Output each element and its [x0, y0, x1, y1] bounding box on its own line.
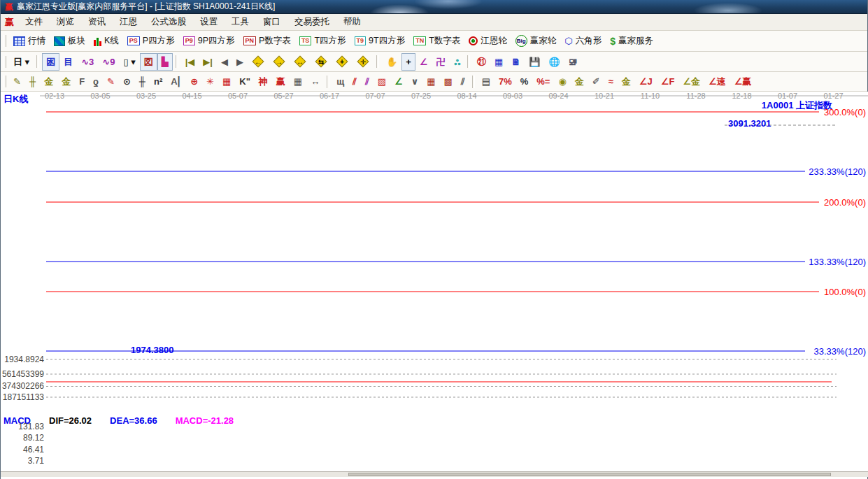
width-arrow-tool[interactable]: ↔	[306, 73, 324, 90]
menu-item-窗口[interactable]: 窗口	[256, 15, 287, 29]
notes-button[interactable]: 🗎	[507, 53, 525, 71]
shen-tool[interactable]: 神	[255, 73, 272, 90]
last-page-button[interactable]: ▶|	[199, 53, 217, 71]
box-grid-tool[interactable]: ▦	[218, 73, 235, 90]
histogram-button[interactable]: ▙	[157, 53, 173, 71]
sector-button[interactable]: 板块	[50, 32, 90, 50]
t-square-button[interactable]: TST四方形	[295, 32, 350, 50]
9t-square-button[interactable]: T99T四方形	[350, 32, 410, 50]
zoom-right-diamond-button[interactable]: →	[269, 53, 290, 71]
red-pencil-tool[interactable]: ✎	[103, 73, 119, 90]
kline-button[interactable]: K线	[90, 32, 123, 50]
web-time-button[interactable]: 🌐	[544, 53, 564, 71]
wave9-button[interactable]: ∿9	[98, 53, 119, 71]
toolbar-grip[interactable]	[3, 35, 6, 47]
menu-item-江恩[interactable]: 江恩	[113, 15, 144, 29]
analysis-brain-button[interactable]: ஃ	[449, 53, 464, 71]
tick-grid-tool[interactable]: ╫	[135, 73, 150, 90]
compress-diamond-button[interactable]: ⇆	[311, 53, 332, 71]
red-fan-tool[interactable]: ⫽	[348, 73, 361, 90]
circle-cross-tool[interactable]: ⊕	[186, 73, 202, 90]
angle-f-tool[interactable]: ∠F	[657, 73, 679, 90]
percent-tool[interactable]: %	[516, 73, 533, 90]
toolbar-grip[interactable]	[3, 56, 6, 68]
v-bottom-tool[interactable]: ∨	[407, 73, 423, 90]
ying-tool[interactable]: 赢	[272, 73, 290, 90]
gann-grid-tool[interactable]: ╫	[25, 73, 40, 90]
zoom-in-diamond-button[interactable]: +	[332, 53, 353, 71]
hexagon-button[interactable]: ⬡六角形	[560, 32, 606, 50]
red-grid2-tool[interactable]: ▩	[440, 73, 457, 90]
p-number-button[interactable]: PNP数字表	[239, 32, 295, 50]
red-pattern-button[interactable]: 図	[140, 53, 157, 71]
menu-item-工具[interactable]: 工具	[225, 15, 256, 29]
red-grid-tool[interactable]: ▦	[422, 73, 439, 90]
t-number-button[interactable]: TNT数字表	[409, 32, 464, 50]
percent-line-tool[interactable]: %=	[532, 73, 554, 90]
edit-pencil-tool[interactable]: ✎	[9, 73, 25, 90]
brush-tool[interactable]: ✐	[588, 73, 604, 90]
menu-item-交易委托[interactable]: 交易委托	[287, 15, 336, 29]
menu-item-设置[interactable]: 设置	[193, 15, 225, 29]
k-quote-tool[interactable]: K"	[235, 73, 255, 90]
angle-ying-tool[interactable]: ∠赢	[730, 73, 756, 90]
pan-hand-button[interactable]: ✋	[382, 53, 401, 71]
save-button[interactable]: 💾	[525, 53, 544, 71]
angle-measure-button[interactable]: ∠	[415, 53, 432, 71]
menu-item-帮助[interactable]: 帮助	[336, 15, 368, 29]
levels-list-tool[interactable]: ▤	[478, 73, 495, 90]
percent-7-tool[interactable]: 7%	[495, 73, 516, 90]
gann-wheel-button[interactable]: 江恩轮	[464, 32, 511, 50]
period-day-dropdown[interactable]: 日 ▾	[9, 53, 34, 71]
wave3-button[interactable]: ∿3	[77, 53, 98, 71]
box-fan-tool[interactable]: ▨	[373, 73, 390, 90]
crosshair-button[interactable]: +	[401, 53, 415, 71]
menu-item-公式选股[interactable]: 公式选股	[144, 15, 193, 29]
menu-item-浏览[interactable]: 浏览	[50, 15, 81, 29]
purple-fan-tool[interactable]: ⫽	[361, 73, 373, 90]
prev-button[interactable]: ◀	[217, 53, 232, 71]
p-square-button[interactable]: PSP四方形	[123, 32, 179, 50]
gann-fan-button[interactable]: 卍	[432, 53, 449, 71]
angle-speed-tool[interactable]: ∠速	[704, 73, 730, 90]
chart-area[interactable]: 日K线 1A0001 上证指数 02-1303-0503-2504-1505-0…	[1, 92, 868, 477]
window-titlebar[interactable]: 赢 赢家江恩专业版[赢家内部服务平台] - [上证指数 SH1A0001-241…	[1, 0, 867, 14]
expand-diamond-button[interactable]: ↔	[290, 53, 311, 71]
gold-square-tool[interactable]: 金	[40, 73, 57, 90]
calendar-button[interactable]: ㉑	[473, 53, 490, 71]
next-button[interactable]: ▶	[232, 53, 248, 71]
angle-gold-tool[interactable]: ∠金	[678, 73, 704, 90]
grid-123-tool[interactable]: ▦	[290, 73, 306, 90]
pillar-tool[interactable]: щ	[332, 73, 348, 90]
zoom-left-diamond-button[interactable]: ←	[248, 53, 269, 71]
wave-line-tool[interactable]: ≈	[604, 73, 618, 90]
scrollbar-thumb[interactable]	[348, 473, 831, 476]
f-square-tool[interactable]: F	[75, 73, 89, 90]
menu-item-资讯[interactable]: 资讯	[81, 15, 113, 29]
green-angle-tool[interactable]: ∠	[390, 73, 407, 90]
winner-wheel-button[interactable]: Big赢家轮	[511, 32, 561, 50]
a-channel-tool[interactable]: A⎢	[166, 73, 186, 90]
horizontal-scrollbar[interactable]	[1, 471, 868, 477]
info-document-button[interactable]: 目	[59, 53, 77, 71]
single-candle-dropdown[interactable]: ▯ ▾	[119, 53, 139, 71]
spiral-tool[interactable]: ƍ	[89, 73, 103, 90]
first-page-button[interactable]: |◀	[181, 53, 199, 71]
toolbar-grip[interactable]	[3, 76, 6, 87]
quote-button[interactable]: 行情	[9, 32, 50, 50]
gold-line2-tool[interactable]: 金	[618, 73, 635, 90]
diag-lines-tool[interactable]: ⫽	[457, 73, 469, 90]
menu-item-文件[interactable]: 文件	[18, 15, 50, 29]
zoom-out-diamond-button[interactable]: ✛	[353, 53, 373, 71]
star-grid-tool[interactable]: ✳	[202, 73, 218, 90]
workstation-button[interactable]: 🖳	[564, 53, 582, 71]
gold-line-tool[interactable]: 金	[571, 73, 588, 90]
service-button[interactable]: $赢家服务	[606, 32, 657, 50]
angle-j-tool[interactable]: ∠J	[635, 73, 657, 90]
time-circle-tool[interactable]: ⊙	[119, 73, 135, 90]
wave-pattern-button[interactable]: 囦	[42, 53, 59, 71]
n-square-tool[interactable]: n²	[150, 73, 166, 90]
gold-square2-tool[interactable]: 金	[57, 73, 75, 90]
gold-circle-tool[interactable]: ◉	[554, 73, 570, 90]
9p-square-button[interactable]: P99P四方形	[179, 32, 239, 50]
